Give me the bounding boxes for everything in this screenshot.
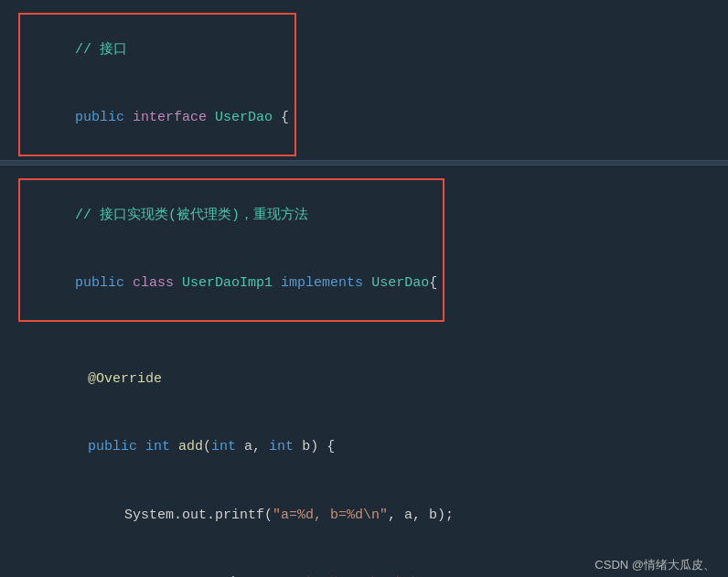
printf1-line: System.out.printf("a=%d, b=%d\n", a, b); [18,482,710,550]
open-brace: { [273,110,289,125]
top-comment-line: // 接口 [26,16,289,84]
keyword-public3: public [88,439,145,454]
annotation-override1: @Override [88,371,162,387]
space1 [273,275,281,291]
sysout1: System.out.printf( [124,508,273,523]
bottom-comment: // 接口实现类(被代理类)，重现方法 [75,208,308,223]
keyword-public2: public [75,275,133,291]
param-int6: int [211,439,244,454]
return1-line: return a + b; [18,550,248,577]
top-comment: // 接口 [75,42,127,58]
param-a3: a, [244,439,269,454]
watermark: CSDN @情绪大瓜皮、 [594,557,715,573]
keyword-int5: int [145,439,178,454]
method-add-sig: public int add(int a, int b) { [18,414,710,482]
keyword-public: public [75,110,133,125]
keyword-class: class [133,275,182,291]
classname-userdaoimp1: UserDaoImp1 [182,275,273,291]
method-add2: add [178,439,203,454]
bottom-section: // 接口实现类(被代理类)，重现方法 public class UserDao… [0,166,728,577]
override1-line: @Override [18,346,710,413]
add-params: ( [203,439,211,454]
params1: , a, b); [388,508,454,523]
classname-userdao: UserDao [215,110,273,125]
keyword-implements: implements [281,275,363,291]
param-b3: b) { [302,439,335,454]
param-int7: int [269,439,302,454]
top-section: // 接口 public interface UserDao { int add… [0,0,728,160]
bottom-declaration-line: public class UserDaoImp1 implements User… [26,250,437,317]
space2 [363,275,371,291]
blank-line-1 [18,324,710,347]
top-declaration-line: public interface UserDao { [26,84,289,152]
open-brace2: { [429,275,437,291]
keyword-interface: interface [133,110,215,125]
bottom-comment-line: // 接口实现类(被代理类)，重现方法 [26,182,437,250]
string1: "a=%d, b=%d\n" [273,508,388,523]
interface-userdao: UserDao [371,275,429,291]
